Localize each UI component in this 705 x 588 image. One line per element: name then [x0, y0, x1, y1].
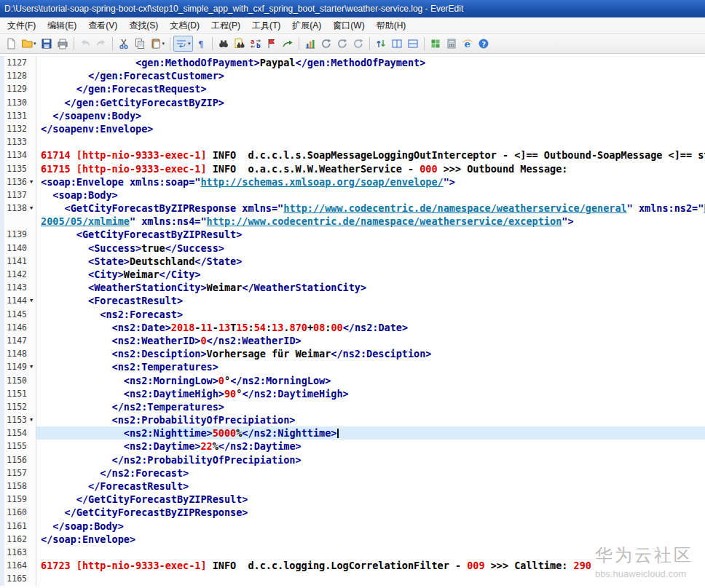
- gutter-cell[interactable]: [0, 215, 36, 228]
- gutter-cell[interactable]: 1155: [0, 440, 36, 453]
- code-line[interactable]: <GetCityForecastByZIPResult>: [36, 228, 705, 241]
- gutter-cell[interactable]: 1165: [0, 572, 36, 585]
- code-line[interactable]: 61714 [http-nio-9333-exec-1] INFO d.c.c.…: [36, 148, 705, 162]
- gutter-cell[interactable]: 1152: [0, 400, 36, 413]
- code-line[interactable]: <ns2:Forecast>: [36, 308, 705, 321]
- undo-icon[interactable]: [77, 36, 93, 52]
- gutter-cell[interactable]: 1150: [0, 374, 36, 387]
- find-in-files-icon[interactable]: [232, 36, 248, 52]
- gutter-cell[interactable]: 1135: [0, 162, 36, 175]
- gutter-cell[interactable]: 1147: [0, 334, 36, 347]
- plugin-manager-icon[interactable]: [428, 36, 444, 52]
- gutter-cell[interactable]: 1140: [0, 242, 36, 255]
- gutter-cell[interactable]: 1153▼: [0, 413, 36, 426]
- menu-view[interactable]: 查看(V): [82, 17, 123, 34]
- code-line[interactable]: </gen:ForecastCustomer>: [36, 69, 705, 82]
- gutter-cell[interactable]: 1159: [0, 493, 36, 506]
- code-line[interactable]: </soap:Envelope>: [36, 533, 705, 546]
- code-line[interactable]: </soap:Body>: [36, 520, 705, 533]
- code-line[interactable]: </gen:ForecastRequest>: [36, 82, 705, 95]
- gutter-cell[interactable]: 1156: [0, 453, 36, 466]
- gutter-cell[interactable]: 1158: [0, 480, 36, 493]
- code-line[interactable]: <ns2:DaytimeHigh>90°</ns2:DaytimeHigh>: [36, 387, 705, 400]
- mark-flag-icon[interactable]: [264, 36, 280, 52]
- dropdown-arrow-icon[interactable]: ▾: [162, 41, 165, 47]
- sync-refresh-icon[interactable]: [334, 36, 350, 52]
- gutter-cell[interactable]: 1127: [0, 56, 36, 69]
- gutter-cell[interactable]: 1131: [0, 109, 36, 122]
- gutter-cell[interactable]: 1137: [0, 188, 36, 202]
- code-line[interactable]: <ns2:Nighttime>5000%</ns2:Nighttime>: [36, 426, 705, 440]
- show-symbols-icon[interactable]: ¶: [193, 36, 209, 52]
- code-line[interactable]: 2005/05/xmlmime" xmlns:ns4="http://www.c…: [36, 215, 705, 228]
- gutter-cell[interactable]: 1154: [0, 426, 36, 440]
- gutter-cell[interactable]: 1133: [0, 135, 36, 148]
- code-line[interactable]: <GetCityForecastByZIPResponse xmlns="htt…: [36, 202, 705, 215]
- copy-icon[interactable]: [132, 36, 148, 52]
- sort-lines-icon[interactable]: [373, 36, 389, 52]
- menu-help[interactable]: 帮助(H): [371, 17, 412, 34]
- gutter-cell[interactable]: 1144▼: [0, 294, 36, 307]
- word-wrap-icon[interactable]: ▾: [173, 36, 193, 52]
- code-line[interactable]: <ns2:WeatherID>0</ns2:WeatherID>: [36, 334, 705, 347]
- code-line[interactable]: 61715 [http-nio-9333-exec-1] INFO o.a.c.…: [36, 162, 705, 175]
- print-icon[interactable]: [55, 36, 71, 52]
- code-line[interactable]: <City>Weimar</City>: [36, 268, 705, 281]
- code-line[interactable]: <ns2:Daytime>22%</ns2:Daytime>: [36, 440, 705, 453]
- gutter-cell[interactable]: 1136▼: [0, 175, 36, 188]
- gutter-cell[interactable]: 1163: [0, 546, 36, 559]
- menu-document[interactable]: 文档(D): [164, 17, 205, 34]
- menu-project[interactable]: 工程(P): [205, 17, 246, 34]
- code-line[interactable]: </GetCityForecastByZIPResponse>: [36, 506, 705, 519]
- menu-extensions[interactable]: 扩展(A): [286, 17, 327, 34]
- split-horizontal-icon[interactable]: [389, 36, 405, 52]
- help-icon[interactable]: ?: [476, 36, 492, 52]
- fold-marker-icon[interactable]: ▼: [27, 294, 36, 307]
- open-folder-icon[interactable]: ▾: [19, 36, 39, 52]
- code-line[interactable]: <WeatherStationCity>Weimar</WeatherStati…: [36, 281, 705, 294]
- code-line[interactable]: <ns2:Temperatures>: [36, 360, 705, 373]
- code-line[interactable]: </gen:GetCityForecastByZIP>: [36, 96, 705, 109]
- gutter-cell[interactable]: 1142: [0, 268, 36, 281]
- gutter-cell[interactable]: 1138▼: [0, 202, 36, 215]
- code-line[interactable]: <ns2:Date>2018-11-13T15:54:13.870+08:00<…: [36, 321, 705, 334]
- sync-update-icon[interactable]: [350, 36, 366, 52]
- paste-icon[interactable]: ▾: [148, 36, 168, 52]
- code-line[interactable]: </ns2:ProbabilityOfPrecipiation>: [36, 453, 705, 466]
- code-line[interactable]: [36, 572, 705, 585]
- code-line[interactable]: <ns2:MorningLow>0°</ns2:MorningLow>: [36, 374, 705, 387]
- fold-marker-icon[interactable]: ▼: [27, 413, 36, 426]
- code-line[interactable]: [36, 135, 705, 148]
- gutter-cell[interactable]: 1146: [0, 321, 36, 334]
- new-file-icon[interactable]: [3, 36, 19, 52]
- fold-marker-icon[interactable]: ▼: [27, 360, 36, 373]
- save-icon[interactable]: [39, 36, 55, 52]
- dropdown-arrow-icon[interactable]: ▾: [188, 41, 191, 47]
- gutter-cell[interactable]: 1160: [0, 506, 36, 519]
- gutter-cell[interactable]: 1130: [0, 96, 36, 109]
- gutter-cell[interactable]: 1162: [0, 533, 36, 546]
- menu-window[interactable]: 窗口(W): [327, 17, 370, 34]
- gutter-cell[interactable]: 1132: [0, 122, 36, 135]
- split-vertical-icon[interactable]: [405, 36, 421, 52]
- gutter-cell[interactable]: 1143: [0, 281, 36, 294]
- code-line[interactable]: </ns2:Forecast>: [36, 466, 705, 480]
- code-line[interactable]: </soapenv:Envelope>: [36, 122, 705, 135]
- code-line[interactable]: <State>Deutschland</State>: [36, 255, 705, 268]
- menu-file[interactable]: 文件(F): [1, 17, 42, 34]
- code-line[interactable]: <ForecastResult>: [36, 294, 705, 307]
- code-line[interactable]: </GetCityForecastByZIPResult>: [36, 493, 705, 506]
- code-line[interactable]: <soap:Envelope xmlns:soap="http://schema…: [36, 175, 705, 188]
- gutter-cell[interactable]: 1128: [0, 69, 36, 82]
- editor-area[interactable]: 1127 <gen:MethodOfPayment>Paypal</gen:Me…: [0, 54, 705, 588]
- menu-search[interactable]: 查找(S): [123, 17, 164, 34]
- gutter-cell[interactable]: 1161: [0, 520, 36, 533]
- menu-tools[interactable]: 工具(T): [246, 17, 286, 34]
- code-line[interactable]: <ns2:Desciption>Vorhersage für Weimar</n…: [36, 347, 705, 360]
- replace-icon[interactable]: ab: [248, 36, 264, 52]
- gutter-cell[interactable]: 1149▼: [0, 360, 36, 373]
- goto-line-icon[interactable]: [280, 36, 296, 52]
- gutter-cell[interactable]: 1145: [0, 308, 36, 321]
- code-line[interactable]: <ns2:ProbabilityOfPrecipiation>: [36, 413, 705, 426]
- calculator-icon[interactable]: [444, 36, 460, 52]
